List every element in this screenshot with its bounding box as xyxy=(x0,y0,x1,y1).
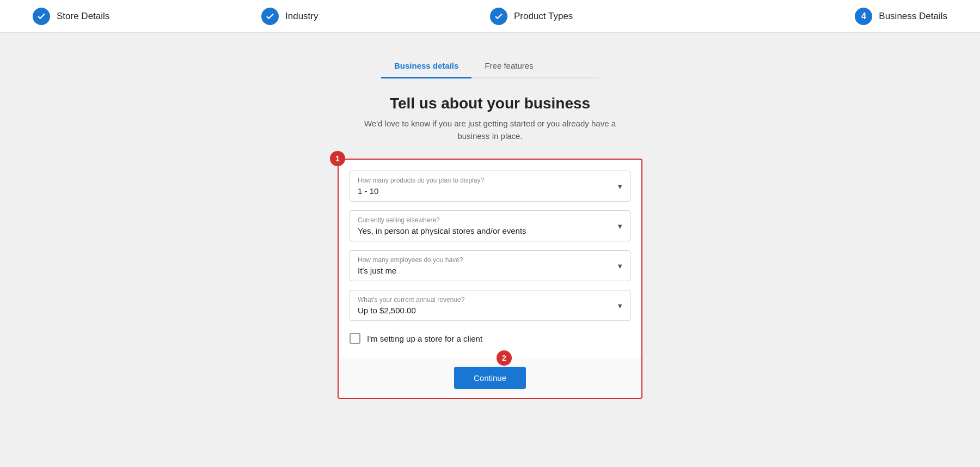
num-employees-value: It's just me xyxy=(358,266,608,275)
step-2-label: Industry xyxy=(285,11,318,22)
tab-free-features[interactable]: Free features xyxy=(471,54,546,78)
step-1-icon xyxy=(33,8,50,25)
step-business-details: 4 Business Details xyxy=(719,8,947,25)
stepper-nav: Store Details Industry Product Types 4 B… xyxy=(0,0,980,33)
num-products-chevron-icon: ▼ xyxy=(616,182,623,190)
num-employees-label: How many employees do you have? xyxy=(358,256,608,264)
tab-business-details[interactable]: Business details xyxy=(381,54,471,78)
annual-revenue-select[interactable]: What's your current annual revenue? Up t… xyxy=(350,290,630,321)
step-4-label: Business Details xyxy=(879,11,947,22)
client-store-row: I'm setting up a store for a client xyxy=(350,330,630,347)
client-store-checkbox[interactable] xyxy=(350,333,360,344)
num-products-select[interactable]: How many products do you plan to display… xyxy=(350,171,630,202)
page-title: Tell us about your business xyxy=(354,95,626,112)
annotation-badge-2: 2 xyxy=(497,350,512,366)
annotation-badge-1: 1 xyxy=(330,151,345,166)
num-products-value: 1 - 10 xyxy=(358,186,608,196)
num-employees-chevron-icon: ▼ xyxy=(616,262,623,270)
annual-revenue-chevron-icon: ▼ xyxy=(616,301,623,310)
num-products-label: How many products do you plan to display… xyxy=(358,177,608,184)
page-heading: Tell us about your business We'd love to… xyxy=(354,95,626,142)
step-3-icon xyxy=(490,8,507,25)
step-store-details: Store Details xyxy=(33,8,261,25)
continue-area: 2 Continue xyxy=(338,358,642,399)
client-store-label: I'm setting up a store for a client xyxy=(367,334,482,343)
step-product-types: Product Types xyxy=(490,8,719,25)
selling-elsewhere-chevron-icon: ▼ xyxy=(616,222,623,230)
num-employees-select[interactable]: How many employees do you have? It's jus… xyxy=(350,250,630,281)
form-container: How many products do you plan to display… xyxy=(338,159,642,359)
selling-elsewhere-value: Yes, in person at physical stores and/or… xyxy=(358,226,608,235)
step-2-icon xyxy=(261,8,279,25)
annual-revenue-value: Up to $2,500.00 xyxy=(358,306,608,315)
annual-revenue-label: What's your current annual revenue? xyxy=(358,296,608,304)
form-wrapper: 1 How many products do you plan to displ… xyxy=(338,159,642,399)
step-4-icon: 4 xyxy=(855,8,872,25)
selling-elsewhere-label: Currently selling elsewhere? xyxy=(358,216,608,224)
page-subtitle: We'd love to know if you are just gettin… xyxy=(354,118,626,142)
step-industry: Industry xyxy=(261,8,490,25)
continue-button[interactable]: Continue xyxy=(454,367,526,389)
step-1-label: Store Details xyxy=(57,11,109,22)
main-content: Business details Free features Tell us a… xyxy=(0,33,980,421)
selling-elsewhere-select[interactable]: Currently selling elsewhere? Yes, in per… xyxy=(350,210,630,241)
step-3-label: Product Types xyxy=(514,11,573,22)
tabs-bar: Business details Free features xyxy=(381,54,599,78)
